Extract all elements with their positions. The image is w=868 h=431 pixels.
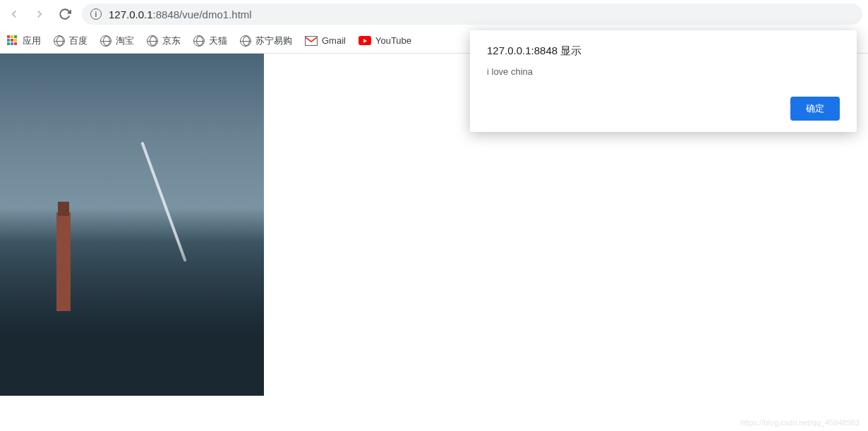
bookmark-label: 苏宁易购 [255,35,292,47]
bookmark-label: 天猫 [209,35,227,47]
bookmark-apps[interactable]: 应用 [7,35,41,47]
bookmark-label: 京东 [162,35,181,47]
alert-actions: 确定 [487,97,840,121]
bookmark-youtube[interactable]: YouTube [358,35,411,46]
globe-icon [240,35,251,47]
site-info-icon[interactable]: i [90,8,102,20]
bookmark-tmall[interactable]: 天猫 [193,35,227,47]
alert-dialog: 127.0.0.1:8848 显示 i love china 确定 [470,30,857,132]
youtube-icon [358,36,371,45]
gmail-icon [305,36,318,46]
url-text: 127.0.0.1:8848/vue/dmo1.html [109,8,252,20]
address-bar[interactable]: i 127.0.0.1:8848/vue/dmo1.html [82,4,862,25]
alert-message: i love china [487,66,840,77]
bookmark-baidu[interactable]: 百度 [54,35,88,47]
bookmark-jd[interactable]: 京东 [147,35,181,47]
globe-icon [100,35,111,47]
bookmark-label: 百度 [69,35,88,47]
globe-icon [54,35,65,47]
alert-title: 127.0.0.1:8848 显示 [487,44,840,58]
globe-icon [193,35,205,47]
back-button[interactable] [6,6,23,23]
watermark: https://blog.csdn.net/qq_45948983 [740,418,860,427]
bookmark-suning[interactable]: 苏宁易购 [240,35,292,47]
alert-ok-button[interactable]: 确定 [790,97,840,121]
bookmark-label: 应用 [23,35,41,47]
content-image [0,54,264,396]
bookmark-taobao[interactable]: 淘宝 [100,35,134,47]
apps-icon [7,35,18,47]
reload-button[interactable] [56,6,73,23]
bookmark-label: YouTube [375,35,411,46]
forward-button[interactable] [31,6,48,23]
bookmark-label: Gmail [322,35,346,46]
bookmark-label: 淘宝 [116,35,134,47]
bookmark-gmail[interactable]: Gmail [305,35,346,46]
browser-toolbar: i 127.0.0.1:8848/vue/dmo1.html [0,0,868,28]
globe-icon [147,35,158,47]
